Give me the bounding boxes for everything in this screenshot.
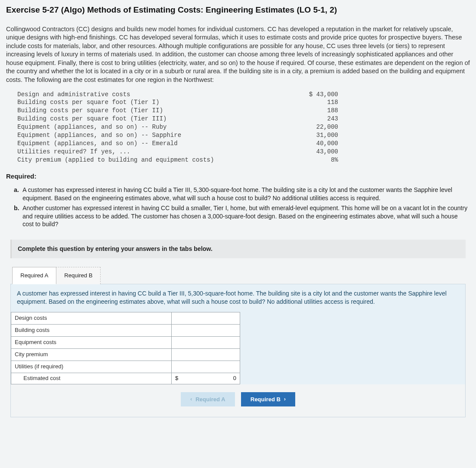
- cost-label: Equipment (appliances, and so on) -- Eme…: [17, 140, 295, 148]
- row-label-estimated-cost: Estimated cost: [11, 373, 172, 384]
- cost-value: $ 43,000: [295, 91, 338, 99]
- req-text-a: A customer has expressed interest in hav…: [23, 186, 470, 202]
- cost-value: 243: [295, 115, 338, 123]
- req-text-b: Another customer has expressed interest …: [23, 204, 470, 229]
- input-equipment-costs[interactable]: [175, 338, 236, 347]
- cost-value: 31,000: [295, 131, 338, 140]
- instruction-bar: Complete this question by entering your …: [10, 240, 466, 258]
- row-label-design: Design costs: [11, 312, 172, 324]
- req-letter-b: b.: [14, 204, 23, 229]
- exercise-title: Exercise 5-27 (Algo) Methods of Estimati…: [6, 4, 470, 16]
- answer-panel: A customer has expressed interest in hav…: [10, 284, 466, 417]
- cost-value: 118: [295, 98, 338, 107]
- total-currency: $: [175, 374, 178, 382]
- cost-label: Utilities required? If yes, ...: [17, 148, 295, 156]
- req-letter-a: a.: [14, 186, 23, 202]
- intro-paragraph: Collingwood Contractors (CC) designs and…: [6, 25, 470, 84]
- panel-nav: ‹ Required A Required B ›: [11, 384, 465, 417]
- prev-label: Required A: [196, 396, 225, 403]
- cost-value: 8%: [295, 156, 338, 164]
- cost-label: Design and administrative costs: [17, 91, 295, 99]
- row-label-equipment: Equipment costs: [11, 336, 172, 348]
- cost-value: 40,000: [295, 140, 338, 148]
- cost-label: Building costs per square foot (Tier I): [17, 98, 295, 107]
- chevron-left-icon: ‹: [190, 396, 192, 402]
- required-heading: Required:: [6, 172, 470, 181]
- input-utilities[interactable]: [175, 362, 236, 371]
- cost-label: Equipment (appliances, and so on) -- Sap…: [17, 131, 295, 140]
- cost-label: Equipment (appliances, and so on) -- Rub…: [17, 123, 295, 131]
- cost-value: 188: [295, 107, 338, 115]
- chevron-right-icon: ›: [284, 396, 286, 402]
- cost-value: 43,000: [295, 148, 338, 156]
- answer-tabs: Required A Required B: [12, 267, 470, 284]
- cost-label: City premium (applied to building and eq…: [17, 156, 295, 164]
- input-building-costs[interactable]: [175, 326, 236, 335]
- prev-required-button: ‹ Required A: [181, 392, 235, 406]
- row-label-utilities: Utilities (if required): [11, 361, 172, 373]
- tab-required-a[interactable]: Required A: [12, 267, 56, 284]
- panel-question-text: A customer has expressed interest in hav…: [17, 289, 459, 306]
- total-value: 0: [233, 374, 236, 382]
- next-required-button[interactable]: Required B ›: [241, 392, 295, 406]
- cost-label: Building costs per square foot (Tier II): [17, 107, 295, 115]
- tab-required-b[interactable]: Required B: [56, 267, 101, 284]
- input-design-costs[interactable]: [175, 314, 236, 323]
- cost-value: 22,000: [295, 123, 338, 131]
- requirements-list: a. A customer has expressed interest in …: [14, 186, 470, 228]
- answer-table: Design costs Building costs Equipment co…: [11, 312, 240, 384]
- cost-estimates-block: Design and administrative costs$ 43,000 …: [17, 91, 470, 164]
- row-label-building: Building costs: [11, 324, 172, 336]
- cost-label: Building costs per square foot (Tier III…: [17, 115, 295, 123]
- input-city-premium[interactable]: [175, 350, 236, 359]
- next-label: Required B: [251, 396, 280, 403]
- row-label-city-premium: City premium: [11, 348, 172, 361]
